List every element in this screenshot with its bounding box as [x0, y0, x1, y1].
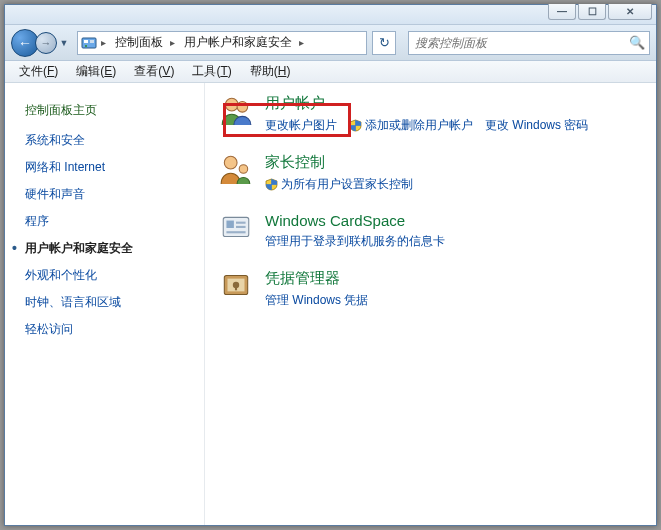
- menu-item-t[interactable]: 工具(T): [184, 61, 239, 82]
- svg-rect-16: [235, 285, 237, 290]
- titlebar: — ☐ ✕: [5, 5, 656, 25]
- category-tasks: 更改帐户图片添加或删除用户帐户更改 Windows 密码: [265, 117, 642, 134]
- search-icon: 🔍: [625, 35, 645, 50]
- category-row: 家长控制为所有用户设置家长控制: [219, 152, 642, 193]
- task-link[interactable]: 管理用于登录到联机服务的信息卡: [265, 233, 445, 250]
- sidebar-item[interactable]: 时钟、语言和区域: [23, 289, 196, 316]
- svg-point-4: [225, 98, 238, 111]
- category-title-link[interactable]: Windows CardSpace: [265, 211, 642, 233]
- category-tasks: 管理用于登录到联机服务的信息卡: [265, 233, 642, 250]
- chevron-down-icon: ▼: [60, 38, 69, 48]
- user-accounts-icon: [219, 93, 253, 127]
- sidebar-item[interactable]: 轻松访问: [23, 316, 196, 343]
- task-label: 为所有用户设置家长控制: [281, 176, 413, 193]
- breadcrumb-separator[interactable]: ▸: [98, 37, 109, 48]
- menu-item-v[interactable]: 查看(V): [126, 61, 182, 82]
- history-dropdown[interactable]: ▼: [57, 38, 71, 48]
- breadcrumb-separator[interactable]: ▸: [167, 37, 178, 48]
- nav-row: ← → ▼ ▸ 控制面板 ▸ 用户帐户和家庭安全 ▸ ↻ �: [5, 25, 656, 61]
- breadcrumb-item[interactable]: 控制面板: [109, 32, 167, 54]
- task-link[interactable]: 为所有用户设置家长控制: [265, 176, 413, 193]
- sidebar-item[interactable]: 硬件和声音: [23, 181, 196, 208]
- svg-rect-12: [226, 231, 245, 233]
- task-link[interactable]: 更改 Windows 密码: [485, 117, 588, 134]
- maximize-button[interactable]: ☐: [578, 4, 606, 20]
- svg-point-7: [239, 165, 248, 174]
- task-label: 添加或删除用户帐户: [365, 117, 473, 134]
- task-label: 管理用于登录到联机服务的信息卡: [265, 233, 445, 250]
- uac-shield-icon: [265, 178, 278, 191]
- svg-point-6: [224, 156, 237, 169]
- breadcrumb-separator[interactable]: ▸: [296, 37, 307, 48]
- category-body: 凭据管理器管理 Windows 凭据: [265, 268, 642, 309]
- svg-rect-1: [84, 40, 88, 43]
- refresh-button[interactable]: ↻: [372, 31, 396, 55]
- refresh-icon: ↻: [379, 35, 390, 50]
- minimize-icon: —: [557, 6, 567, 17]
- category-tasks: 管理 Windows 凭据: [265, 292, 642, 309]
- cardspace-icon: [219, 211, 253, 245]
- category-body: Windows CardSpace管理用于登录到联机服务的信息卡: [265, 211, 642, 250]
- close-button[interactable]: ✕: [608, 4, 652, 20]
- body: 控制面板主页 系统和安全网络和 Internet硬件和声音程序用户帐户和家庭安全…: [5, 83, 656, 525]
- category-tasks: 为所有用户设置家长控制: [265, 176, 642, 193]
- forward-icon: →: [41, 37, 52, 49]
- search-box[interactable]: 🔍: [408, 31, 650, 55]
- sidebar-item[interactable]: 网络和 Internet: [23, 154, 196, 181]
- category-row: Windows CardSpace管理用于登录到联机服务的信息卡: [219, 211, 642, 250]
- credential-manager-icon: [219, 268, 253, 302]
- task-link[interactable]: 添加或删除用户帐户: [349, 117, 473, 134]
- category-row: 凭据管理器管理 Windows 凭据: [219, 268, 642, 309]
- window-controls: — ☐ ✕: [548, 4, 652, 20]
- svg-rect-2: [90, 40, 94, 43]
- category-row: 用户帐户更改帐户图片添加或删除用户帐户更改 Windows 密码: [219, 93, 642, 134]
- content-pane: 用户帐户更改帐户图片添加或删除用户帐户更改 Windows 密码家长控制为所有用…: [205, 83, 656, 525]
- category-title-link[interactable]: 凭据管理器: [265, 268, 642, 292]
- category-title-link[interactable]: 用户帐户: [265, 93, 642, 117]
- sidebar-item: 用户帐户和家庭安全: [23, 235, 196, 262]
- menu-item-e[interactable]: 编辑(E): [68, 61, 124, 82]
- control-panel-window: — ☐ ✕ ← → ▼ ▸ 控制面板 ▸ 用户帐户和家庭安全 ▸: [4, 4, 657, 526]
- category-body: 用户帐户更改帐户图片添加或删除用户帐户更改 Windows 密码: [265, 93, 642, 134]
- task-link[interactable]: 更改帐户图片: [265, 117, 337, 134]
- task-label: 更改 Windows 密码: [485, 117, 588, 134]
- maximize-icon: ☐: [588, 6, 597, 17]
- svg-point-3: [85, 45, 87, 47]
- svg-rect-11: [236, 226, 246, 228]
- breadcrumb-item[interactable]: 用户帐户和家庭安全: [178, 32, 296, 54]
- task-label: 更改帐户图片: [265, 117, 337, 134]
- close-icon: ✕: [626, 6, 634, 17]
- category-body: 家长控制为所有用户设置家长控制: [265, 152, 642, 193]
- svg-rect-10: [236, 222, 246, 224]
- sidebar-home-link[interactable]: 控制面板主页: [23, 97, 196, 127]
- svg-rect-9: [226, 221, 233, 228]
- parental-controls-icon: [219, 152, 253, 186]
- task-link[interactable]: 管理 Windows 凭据: [265, 292, 368, 309]
- back-icon: ←: [18, 35, 32, 51]
- nav-back-forward: ← → ▼: [11, 29, 71, 57]
- sidebar-item[interactable]: 系统和安全: [23, 127, 196, 154]
- sidebar: 控制面板主页 系统和安全网络和 Internet硬件和声音程序用户帐户和家庭安全…: [5, 83, 205, 525]
- minimize-button[interactable]: —: [548, 4, 576, 20]
- menu-item-h[interactable]: 帮助(H): [242, 61, 299, 82]
- uac-shield-icon: [349, 119, 362, 132]
- svg-point-5: [237, 102, 248, 113]
- category-title-link[interactable]: 家长控制: [265, 152, 642, 176]
- menubar: 文件(F)编辑(E)查看(V)工具(T)帮助(H): [5, 61, 656, 83]
- task-label: 管理 Windows 凭据: [265, 292, 368, 309]
- search-input[interactable]: [413, 35, 625, 51]
- forward-button[interactable]: →: [35, 32, 57, 54]
- address-bar[interactable]: ▸ 控制面板 ▸ 用户帐户和家庭安全 ▸: [77, 31, 367, 55]
- sidebar-item[interactable]: 程序: [23, 208, 196, 235]
- menu-item-f[interactable]: 文件(F): [11, 61, 66, 82]
- control-panel-icon: [80, 34, 98, 52]
- sidebar-item[interactable]: 外观和个性化: [23, 262, 196, 289]
